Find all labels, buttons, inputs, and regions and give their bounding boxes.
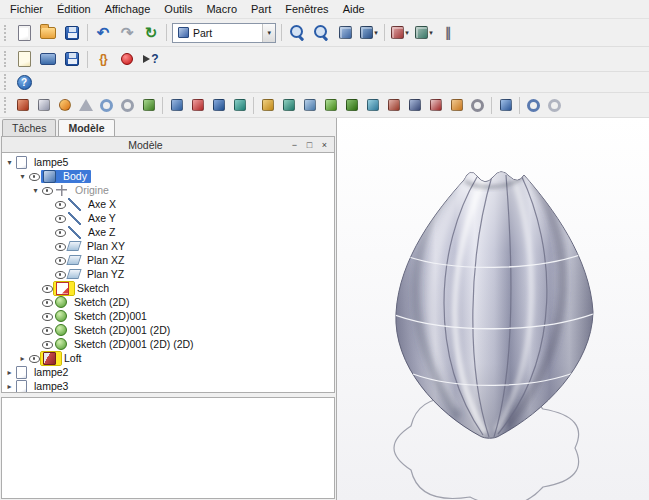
offset-icon[interactable] [446,94,467,116]
zoom-window-icon[interactable] [309,22,333,44]
chamfer-icon[interactable] [341,94,362,116]
tree-item-sketch-2d-001-2d[interactable]: Sketch (2D)001 (2D) [2,323,334,337]
menu-edition[interactable]: Édition [50,1,98,17]
tree-item-sketch-2d[interactable]: Sketch (2D) [2,295,334,309]
dropdown-arrow-icon[interactable]: ▾ [374,29,378,37]
tree-item-sketch-2d-001[interactable]: Sketch (2D)001 [2,309,334,323]
tree-item-plan-xy[interactable]: Plan XY [2,239,334,253]
tree-item-axe-z[interactable]: Axe Z [2,225,334,239]
open-macro-dialog-icon[interactable] [12,48,36,70]
panel-close-button[interactable]: × [318,139,331,151]
menu-affichage[interactable]: Affichage [98,1,158,17]
part-sphere-icon[interactable] [54,94,75,116]
thickness-icon[interactable] [467,94,488,116]
part-torus-icon[interactable] [96,94,117,116]
measure-distance-icon[interactable]: ∥ [436,22,460,44]
loft-tool-icon[interactable] [383,94,404,116]
menu-part[interactable]: Part [244,1,278,17]
dropdown-arrow-icon[interactable]: ▾ [405,29,409,37]
refresh-icon[interactable]: ↻ [139,22,163,44]
revolve-icon[interactable] [278,94,299,116]
expander-closed-icon[interactable]: ▸ [4,382,15,391]
panel-tabs: TâchesModèle [0,118,336,136]
whats-this-icon[interactable]: ? [139,48,163,70]
menu-macro[interactable]: Macro [199,1,244,17]
extrude-icon[interactable] [257,94,278,116]
expander-open-icon[interactable]: ▾ [30,186,41,195]
3d-viewport[interactable] [337,118,649,500]
fillet-icon[interactable] [320,94,341,116]
expander-open-icon[interactable]: ▾ [4,158,15,167]
boolean-intersection-icon[interactable] [229,94,250,116]
edit-macro-icon[interactable]: {} [91,48,115,70]
make-compound-icon[interactable] [495,94,516,116]
expander-closed-icon[interactable]: ▸ [17,354,28,363]
mirror-icon[interactable] [299,94,320,116]
menu-aide[interactable]: Aide [336,1,372,17]
dropdown-arrow-icon[interactable]: ▾ [262,24,275,42]
menu-outils[interactable]: Outils [157,1,199,17]
tab-modele[interactable]: Modèle [58,119,114,136]
draw-style-icon[interactable]: ▾ [388,22,412,44]
visibility-eye-icon [41,297,54,308]
ruled-surface-icon[interactable] [362,94,383,116]
tree-item-lampe5[interactable]: ▾lampe5 [2,155,334,169]
axonometric-view-icon[interactable]: ▾ [357,22,381,44]
boolean-operation-icon[interactable] [166,94,187,116]
sweep-icon[interactable] [404,94,425,116]
measure-refresh-icon[interactable] [544,94,565,116]
tree-item-axe-y[interactable]: Axe Y [2,211,334,225]
fit-all-icon[interactable] [333,22,357,44]
part-torus-glyph [100,99,113,112]
tree-item-sketch-2d-001-2d-2d[interactable]: Sketch (2D)001 (2D) (2D) [2,337,334,351]
menu-fichier[interactable]: Fichier [3,1,50,17]
measure-linear-icon[interactable] [523,94,544,116]
help-icon[interactable]: ? [12,71,36,93]
panel-minimize-button[interactable]: − [288,139,301,151]
visibility-eye-icon [41,311,54,322]
workbench-selector[interactable]: Part▾ [172,23,276,43]
stereo-view-icon[interactable]: ▾ [412,22,436,44]
boolean-union-icon[interactable] [208,94,229,116]
part-cone-icon[interactable] [75,94,96,116]
menu-fenetres[interactable]: Fenêtres [278,1,335,17]
tree-item-plan-xz[interactable]: Plan XZ [2,253,334,267]
tab-taches[interactable]: Tâches [2,119,56,136]
macro-folder-icon[interactable] [36,48,60,70]
tree-item-plan-yz[interactable]: Plan YZ [2,267,334,281]
macro-save-icon[interactable] [60,48,84,70]
redo-icon[interactable]: ↷ [115,22,139,44]
part-cylinder-icon[interactable] [33,94,54,116]
boolean-cut-icon[interactable] [187,94,208,116]
expander-open-icon[interactable]: ▾ [17,172,28,181]
tree-item-sketch[interactable]: Sketch [2,281,334,295]
toolbar-grip[interactable] [4,97,8,113]
save-file-icon[interactable] [60,22,84,44]
tree-item-axe-x[interactable]: Axe X [2,197,334,211]
tree-item-loft[interactable]: ▸Loft [2,351,334,365]
part-box-icon[interactable] [12,94,33,116]
open-file-icon[interactable] [36,22,60,44]
toolbar-separator [253,97,254,114]
loft-tool-glyph [388,99,400,111]
toolbar-grip[interactable] [4,74,8,90]
refresh-glyph: ↻ [145,25,158,40]
section-icon[interactable] [425,94,446,116]
tree-item-lampe2[interactable]: ▸lampe2 [2,365,334,379]
tree-item-lampe3[interactable]: ▸lampe3 [2,379,334,393]
tree-item-origine[interactable]: ▾Origine [2,183,334,197]
new-file-icon[interactable] [12,22,36,44]
toolbar-grip[interactable] [4,25,8,41]
zoom-in-icon[interactable] [285,22,309,44]
shape-builder-icon[interactable] [138,94,159,116]
toolbar-grip[interactable] [4,51,8,67]
undo-icon[interactable]: ↶ [91,22,115,44]
part-tube-icon[interactable] [117,94,138,116]
revolve-glyph [283,99,295,111]
panel-float-button[interactable]: □ [303,139,316,151]
record-macro-icon[interactable] [115,48,139,70]
dropdown-arrow-icon[interactable]: ▾ [429,29,433,37]
expander-closed-icon[interactable]: ▸ [4,368,15,377]
tree-item-body[interactable]: ▾Body [2,169,334,183]
visibility-eye-icon [41,185,54,196]
